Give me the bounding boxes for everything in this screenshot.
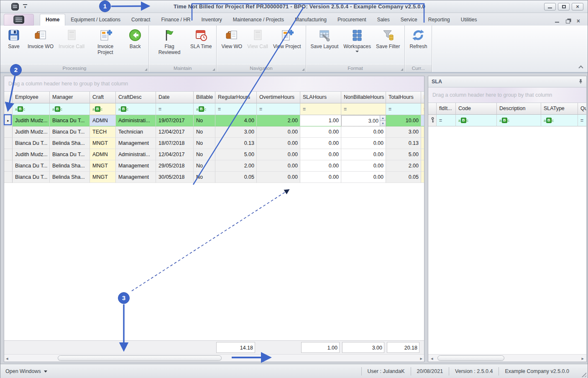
tab-maintenance-projects[interactable]: Maintenance / Projects <box>228 14 289 26</box>
column-header-date[interactable]: Date <box>156 92 194 103</box>
cell-craft[interactable]: MNGT <box>90 160 116 172</box>
sla-column-header-description[interactable]: Description <box>497 103 541 115</box>
cell-totalhours[interactable]: 2.00 <box>386 160 421 172</box>
close-button[interactable]: × <box>572 3 583 10</box>
sla-scroll-right-icon[interactable]: ▸ <box>581 355 584 361</box>
invoice-wo-button[interactable]: Invoice WO <box>26 27 56 50</box>
table-row[interactable]: Judith Mudz...Bianca Du T...TECHTechnici… <box>4 126 424 138</box>
panel-splitter[interactable] <box>424 76 428 362</box>
sla-column-header-slatype[interactable]: SLAType <box>541 103 578 115</box>
flag-reviewed-button[interactable]: Flag Reviewed <box>151 27 187 57</box>
cell-i[interactable] <box>421 115 424 126</box>
filter-cell-employee[interactable]: aBc <box>13 103 50 115</box>
column-header-overtimehours[interactable]: OvertimeHours <box>257 92 300 103</box>
cell-billable[interactable]: No <box>194 126 215 138</box>
cell-totalhours[interactable]: 10.00 <box>386 115 421 126</box>
cell-nonbillablehours[interactable]: 0.00 <box>341 172 386 183</box>
table-row[interactable]: Bianca Du T...Belinda Sha...MNGTManageme… <box>4 138 424 149</box>
cell-i[interactable] <box>421 160 424 172</box>
tab-inventory[interactable]: Inventory <box>196 14 227 26</box>
cell-totalhours[interactable]: 0.13 <box>386 138 421 149</box>
tab-sales[interactable]: Sales <box>372 14 395 26</box>
cell-i[interactable] <box>421 126 424 138</box>
cell-craftdesc[interactable]: Administrati... <box>116 115 156 126</box>
scroll-left-icon[interactable]: ◂ <box>6 355 8 361</box>
sla-filter-cell-fldit[interactable]: = <box>437 115 456 126</box>
cell-manager[interactable]: Belinda Sha... <box>50 160 90 172</box>
tab-reporting[interactable]: Reporting <box>423 14 455 26</box>
cell-slahours[interactable]: 0.00 <box>300 126 341 138</box>
cell-slahours[interactable]: 0.00 <box>300 138 341 149</box>
cell-totalhours[interactable]: 5.00 <box>386 149 421 160</box>
cell-billable[interactable]: No <box>194 138 215 149</box>
sla-column-header-qu[interactable]: Qu <box>578 103 587 115</box>
dialog-launcher-icon[interactable] <box>145 68 147 71</box>
cell-craft[interactable]: MNGT <box>90 138 116 149</box>
cell-overtimehours[interactable]: 0.00 <box>257 126 300 138</box>
mdi-close-icon[interactable]: × <box>577 18 580 24</box>
mdi-restore-icon[interactable] <box>566 20 570 23</box>
cell-i[interactable] <box>421 172 424 183</box>
row-indicator[interactable] <box>4 126 13 138</box>
column-header-slahours[interactable]: SLAHours <box>300 92 341 103</box>
cell-overtimehours[interactable]: 0.00 <box>257 160 300 172</box>
cell-regularhours[interactable]: 0.05 <box>215 172 257 183</box>
sla-time-button[interactable]: SLA Time <box>188 27 214 50</box>
cell-date[interactable]: 29/05/2018 <box>156 160 194 172</box>
cell-slahours[interactable]: 1.00 <box>300 115 341 126</box>
scroll-right-icon[interactable]: ▸ <box>420 355 422 361</box>
sla-group-by-bar[interactable]: Drag a column header here to group by th… <box>428 87 586 103</box>
cell-employee[interactable]: Judith Mudz... <box>13 126 50 138</box>
cell-craftdesc[interactable]: Management <box>116 172 156 183</box>
cell-date[interactable]: 19/07/2017 <box>156 115 194 126</box>
sla-scroll-left-icon[interactable]: ◂ <box>431 355 433 361</box>
cell-employee[interactable]: Bianca Du T... <box>13 172 50 183</box>
refresh-button[interactable]: Refresh <box>407 27 429 50</box>
qat-dropdown-icon[interactable]: ▾ <box>23 4 27 9</box>
resize-grip[interactable] <box>580 371 586 377</box>
cell-manager[interactable]: Bianca Du T... <box>50 126 90 138</box>
row-indicator[interactable] <box>4 149 13 160</box>
cell-date[interactable]: 12/04/2017 <box>156 126 194 138</box>
ribbon-collapse-icon[interactable] <box>578 65 583 70</box>
sla-filter-cell-code[interactable]: aBc <box>456 115 497 126</box>
scrollbar-thumb[interactable] <box>58 355 222 361</box>
column-header-i[interactable]: I <box>421 92 424 103</box>
cell-regularhours[interactable]: 0.13 <box>215 138 257 149</box>
save-button[interactable]: Save <box>3 27 25 50</box>
tab-equipment-locations[interactable]: Equipment / Locations <box>65 14 126 26</box>
cell-manager[interactable]: Bianca Du T... <box>50 115 90 126</box>
dialog-launcher-icon[interactable] <box>401 68 403 71</box>
cell-craftdesc[interactable]: Technician <box>116 126 156 138</box>
filter-cell-totalhours[interactable]: = <box>386 103 421 115</box>
open-windows-button[interactable]: Open Windows <box>0 368 361 374</box>
row-indicator[interactable] <box>4 172 13 183</box>
application-button[interactable] <box>4 14 34 26</box>
cell-overtimehours[interactable]: 0.00 <box>257 149 300 160</box>
cell-craftdesc[interactable]: Management <box>116 138 156 149</box>
table-row[interactable]: Judith Mudz...Bianca Du T...ADMNAdminist… <box>4 149 424 160</box>
cell-regularhours[interactable]: 5.00 <box>215 149 257 160</box>
cell-billable[interactable]: No <box>194 115 215 126</box>
spin-down-icon[interactable]: ▼ <box>380 121 386 126</box>
column-header-nonbillablehours[interactable]: NonBillableHours <box>341 92 386 103</box>
mdi-minimize-icon[interactable] <box>555 19 559 23</box>
spin-up-icon[interactable]: ▲ <box>380 116 386 121</box>
maximize-button[interactable] <box>558 3 570 10</box>
cell-overtimehours[interactable]: 0.00 <box>257 172 300 183</box>
cell-employee[interactable]: Bianca Du T... <box>13 160 50 172</box>
cell-totalhours[interactable]: 0.05 <box>386 172 421 183</box>
filter-cell-slahours[interactable]: = <box>300 103 341 115</box>
filter-cell-i[interactable]: = <box>421 103 424 115</box>
filter-cell-billable[interactable]: aBc <box>194 103 215 115</box>
cell-date[interactable]: 18/07/2018 <box>156 138 194 149</box>
save-filter-button[interactable]: Save Filter <box>374 27 402 50</box>
filter-cell-regularhours[interactable]: = <box>215 103 257 115</box>
workspaces-button[interactable]: Workspaces <box>341 27 373 53</box>
cell-employee[interactable]: Judith Mudz... <box>13 149 50 160</box>
column-header-billable[interactable]: Billable <box>194 92 215 103</box>
tab-procurement[interactable]: Procurement <box>332 14 372 26</box>
column-header-totalhours[interactable]: TotalHours <box>386 92 421 103</box>
cell-craft[interactable]: ADMN <box>90 149 116 160</box>
cell-nonbillablehours[interactable]: 0.00 <box>341 160 386 172</box>
